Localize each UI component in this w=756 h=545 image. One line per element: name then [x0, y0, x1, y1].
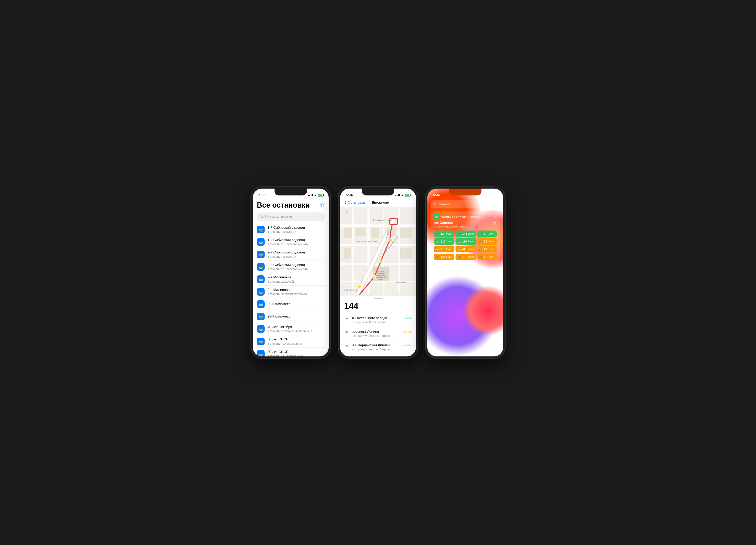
widget-stop-container: пл. Советов в сторону пр.Космонавтов 🗑 — [434, 221, 497, 228]
delete-icon[interactable]: 🗑 — [493, 221, 497, 225]
wifi-icon: ▲ — [314, 194, 317, 197]
favorites-button[interactable]: ☆ — [320, 202, 325, 208]
route-bottom-sheet: 144 ⚑ ДТ Котельного завода в сторону пр.… — [340, 298, 416, 354]
stop-direction: в сторону пр.Космонавтов — [267, 342, 325, 345]
arrival-chip[interactable]: 🚌 27 5мин. — [477, 246, 497, 253]
arrival-time: 0мин. — [446, 232, 453, 235]
phone-1-status-icons: ▲ — [308, 194, 323, 197]
arrival-time: 6мин. — [446, 256, 453, 258]
route-stop-info: проспект Ленина в сторону ул.Антона Петр… — [352, 330, 401, 337]
arrival-chip[interactable]: 🚌 144 6мин. — [434, 254, 454, 260]
bus-chip-icon: 🚌 — [479, 240, 483, 244]
arrival-chip[interactable]: 🚌 1 6мин. — [456, 254, 476, 260]
svg-rect-17 — [344, 228, 352, 238]
svg-rect-22 — [344, 248, 351, 259]
arrival-chip[interactable]: 🚌 110 2мин. — [456, 238, 476, 245]
wifi-icon: ▲ — [488, 194, 491, 197]
arrival-chip[interactable]: 🚌 110 2мин. — [434, 238, 454, 245]
list-item[interactable]: 🚌 1-й Сибирский садовод в сторону пос.Юж… — [257, 224, 325, 236]
phone-2-screen: 5:34 ▲ ❮ Остановка Движение — [340, 189, 416, 356]
battery-icon — [405, 194, 410, 197]
search-placeholder: Search — [439, 202, 450, 207]
map-view[interactable]: КГБПОУ "Алтайский промышленно- экономиче… — [340, 207, 416, 296]
bus-chip-icon: 🚌 — [479, 247, 483, 251]
route-number: 53 — [440, 232, 444, 236]
arrival-time: 2мин. — [446, 240, 453, 243]
stop-info: 2-й Сибирский садовод в сторону пр.Красн… — [267, 263, 325, 271]
stop-direction: в сторону пр.Космонавтов — [434, 225, 497, 228]
phone-2: 5:34 ▲ ❮ Остановка Движение — [338, 187, 418, 358]
list-item[interactable]: 🚌 50 лет СССР в сторону ул.Власихинская — [257, 348, 325, 356]
arrival-chip[interactable]: 🚌 53 0мин. — [434, 231, 454, 237]
stop-info: 1-й Сибирский садовод в сторону пр.Красн… — [267, 238, 325, 246]
stop-info: 2-й Сибирский садовод в сторону пос.Южны… — [267, 251, 325, 258]
widget-search-bar[interactable]: 🔍 Search — [431, 200, 500, 209]
list-item[interactable]: 🚌 40 лет Октября в сторону пр.Ленина,пр.… — [257, 323, 325, 335]
search-input[interactable]: Поиск остановки — [265, 215, 292, 219]
route-stop-item[interactable]: ⚑ ДТ Котельного завода в сторону пр.Косм… — [340, 313, 416, 327]
chevron-down-icon[interactable]: ∨ — [495, 215, 497, 218]
route-number: 27 — [484, 248, 487, 251]
widget-title: 🚌 ОБЩЕСТВЕННЫЙ ТРАНСПОРТ — [434, 214, 484, 220]
edit-button[interactable]: Edit — [456, 266, 474, 274]
svg-rect-18 — [356, 228, 365, 236]
bus-icon: 🚌 — [257, 300, 265, 308]
route-number: 6 — [484, 255, 486, 259]
route-stop-item[interactable]: ⚑ 80 Гвардейской Дивизии в сторону ул.Ан… — [340, 340, 416, 354]
bus-icon: 🚌 — [257, 275, 265, 283]
svg-text:Горно-Алтайская улица: Горно-Алтайская улица — [356, 240, 377, 242]
list-item[interactable]: 🚌 2-я Малиновая в сторону Павловского тр… — [257, 286, 325, 298]
route-stops-list: ⚑ ДТ Котельного завода в сторону пр.Косм… — [340, 313, 416, 354]
svg-point-32 — [379, 260, 382, 263]
stop-name: 40 лет Октября — [267, 325, 325, 329]
route-number: 1 — [462, 255, 464, 259]
stop-info: 50 лет СССР в сторону пр.Космонавтов — [267, 337, 325, 345]
battery-icon — [492, 194, 498, 197]
search-icon: 🔍 — [433, 203, 437, 206]
phone-3-screen: 5:36 ▲ 🔍 — [427, 189, 503, 356]
stop-direction: в сторону пр.Ленина,пр.Калинина — [267, 329, 325, 333]
svg-rect-21 — [400, 228, 412, 238]
bus-chip-icon: 🚌 — [435, 247, 439, 251]
svg-rect-1 — [340, 225, 416, 227]
flag-icon: ⚑ — [344, 316, 349, 321]
arrival-time: 3мин. — [489, 240, 495, 243]
nav-title: Движение — [372, 201, 389, 205]
arrivals-grid: 🚌 53 0мин. 🚌 144 0мин. 🚌 6 0мин — [434, 231, 497, 260]
stop-info: 50 лет СССР в сторону ул.Власихинская — [267, 350, 325, 356]
stop-direction: в сторону пр.Красноармейский — [267, 243, 325, 246]
phone-1-header: Все остановки ☆ — [257, 199, 325, 213]
signal-icon — [483, 194, 487, 196]
phone-3-notch — [449, 189, 481, 196]
list-item[interactable]: 🚌 25-й километр — [257, 310, 325, 323]
route-stop-item[interactable]: ⚑ проспект Ленина в сторону ул.Антона Пе… — [340, 327, 416, 340]
route-number: 110 — [462, 240, 467, 243]
route-stop-time: 3мин. — [404, 330, 412, 333]
arrival-time: 2мин. — [468, 240, 474, 243]
list-item[interactable]: 🚌 2-й Сибирский садовод в сторону пос.Юж… — [257, 248, 325, 261]
list-item[interactable]: 🚌 50 лет СССР в сторону пр.Космонавтов — [257, 335, 325, 347]
arrival-chip[interactable]: 🚌 6 9мин. — [477, 254, 497, 260]
route-stop-direction: в сторону ул.Антона Петрова — [352, 334, 401, 337]
arrival-chip[interactable]: 🚌 6 0мин. — [477, 231, 497, 237]
list-item[interactable]: 🚌 2-я Малиновая в сторону ул.Дружбы — [257, 273, 325, 285]
list-item[interactable]: 🚌 2-й Сибирский садовод в сторону пр.Кра… — [257, 261, 325, 273]
stop-name: 2-я Малиновая — [267, 288, 325, 292]
list-item[interactable]: 🚌 25-й километр — [257, 298, 325, 310]
route-stop-name: ДТ Котельного завода — [352, 316, 401, 320]
back-button[interactable]: ❮ Остановка — [344, 200, 365, 205]
bus-chip-icon: 🚌 — [435, 240, 439, 244]
route-number: 7 — [440, 248, 442, 251]
arrival-chip[interactable]: 🚌 41 5мин. — [456, 246, 476, 253]
arrival-chip[interactable]: 🚌 55 3мин. — [477, 238, 497, 245]
svg-text:1-я Западная улица: 1-я Западная улица — [373, 219, 391, 221]
stop-direction: в сторону пос.Южный — [267, 255, 325, 258]
drag-handle — [374, 298, 382, 299]
search-bar[interactable]: 🔍 Поиск остановки — [257, 213, 325, 221]
arrival-chip[interactable]: 🚌 7 5мин. — [434, 246, 454, 253]
page-title: Все остановки — [257, 201, 310, 209]
arrival-chip[interactable]: 🚌 144 0мин. — [456, 231, 476, 237]
list-item[interactable]: 🚌 1-й Сибирский садовод в сторону пр.Кра… — [257, 236, 325, 248]
phone-1-content: Все остановки ☆ 🔍 Поиск остановки 🚌 1-й … — [253, 199, 329, 356]
stop-info: 40 лет Октября в сторону пр.Ленина,пр.Ка… — [267, 325, 325, 333]
